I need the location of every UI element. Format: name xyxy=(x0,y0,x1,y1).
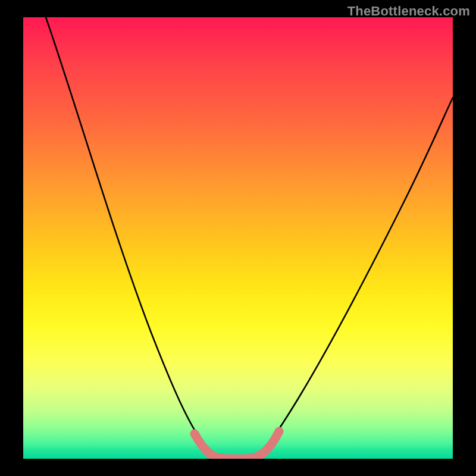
bottleneck-curve-svg xyxy=(23,17,453,459)
chart-frame: TheBottleneck.com xyxy=(0,0,476,476)
bottleneck-curve xyxy=(46,17,453,458)
chart-plot-area xyxy=(23,17,453,459)
watermark-text: TheBottleneck.com xyxy=(347,4,470,19)
flat-region-highlight xyxy=(195,431,279,459)
